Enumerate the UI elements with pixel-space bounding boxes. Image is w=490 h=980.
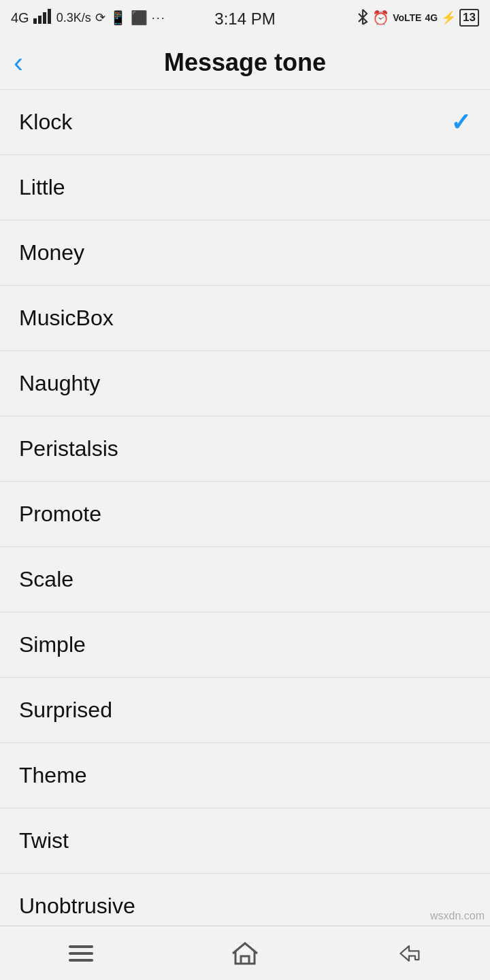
tone-label-money: Money (19, 240, 84, 265)
tone-item-twist[interactable]: Twist (0, 808, 490, 874)
home-nav-button[interactable] (231, 940, 259, 967)
charging-icon: ⚡ (441, 10, 456, 25)
back-button[interactable]: ‹ (14, 46, 23, 79)
tone-label-surprised: Surprised (19, 698, 112, 723)
home-icon (231, 940, 259, 967)
tone-item-musicbox[interactable]: MusicBox (0, 286, 490, 351)
watermark: wsxdn.com (430, 910, 485, 922)
tone-item-little[interactable]: Little (0, 155, 490, 220)
toolbar: ‹ Message tone (0, 35, 490, 90)
status-left: 4G 0.3K/s ⟳ 📱 ⬛ ··· (11, 9, 166, 27)
4g-icon: 4G (425, 12, 438, 23)
svg-rect-2 (43, 12, 46, 24)
bluetooth-icon (357, 8, 369, 28)
tone-item-naughty[interactable]: Naughty (0, 351, 490, 416)
tone-label-simple: Simple (19, 632, 86, 657)
page-title: Message tone (164, 48, 326, 77)
tone-label-naughty: Naughty (19, 371, 100, 396)
status-time: 3:14 PM (214, 10, 275, 29)
tone-item-simple[interactable]: Simple (0, 612, 490, 678)
tone-label-promote: Promote (19, 502, 101, 527)
selected-check-icon: ✓ (451, 108, 471, 137)
tone-item-peristalsis[interactable]: Peristalsis (0, 416, 490, 482)
battery-indicator: 13 (459, 9, 479, 27)
tone-item-money[interactable]: Money (0, 220, 490, 286)
back-nav-button[interactable] (397, 941, 421, 966)
status-bar: 4G 0.3K/s ⟳ 📱 ⬛ ··· 3:14 PM ⏰ VoLTE 4G ⚡… (0, 0, 490, 35)
camera-icon: ⬛ (131, 10, 148, 26)
svg-rect-1 (38, 16, 42, 24)
whatsapp-icon: 📱 (110, 10, 127, 26)
sync-icon: ⟳ (95, 10, 105, 25)
tone-label-unobtrusive: Unobtrusive (19, 894, 135, 919)
tone-label-klock: Klock (19, 110, 72, 135)
tone-label-twist: Twist (19, 828, 69, 853)
volte-icon: VoLTE (393, 12, 421, 23)
bottom-nav (0, 926, 490, 980)
tone-label-musicbox: MusicBox (19, 306, 114, 331)
status-right: ⏰ VoLTE 4G ⚡ 13 (357, 8, 479, 28)
tone-label-scale: Scale (19, 567, 74, 592)
tone-item-theme[interactable]: Theme (0, 743, 490, 808)
alarm-icon: ⏰ (372, 10, 389, 26)
more-icon: ··· (152, 11, 166, 25)
back-chevron-icon: ‹ (14, 46, 23, 79)
tone-label-peristalsis: Peristalsis (19, 436, 118, 461)
signal-bars (33, 9, 52, 27)
tone-item-promote[interactable]: Promote (0, 482, 490, 547)
tone-list: Klock✓LittleMoneyMusicBoxNaughtyPeristal… (0, 90, 490, 939)
tone-label-little: Little (19, 175, 65, 200)
tone-label-theme: Theme (19, 763, 87, 788)
tone-item-surprised[interactable]: Surprised (0, 678, 490, 743)
svg-rect-0 (33, 18, 37, 24)
svg-rect-3 (48, 9, 51, 24)
speed-indicator: 0.3K/s (56, 11, 91, 25)
tone-item-scale[interactable]: Scale (0, 547, 490, 612)
tone-item-klock[interactable]: Klock✓ (0, 90, 490, 155)
hamburger-icon (69, 945, 93, 962)
back-nav-icon (397, 941, 421, 966)
network-indicator: 4G (11, 10, 29, 26)
menu-nav-button[interactable] (69, 945, 93, 962)
